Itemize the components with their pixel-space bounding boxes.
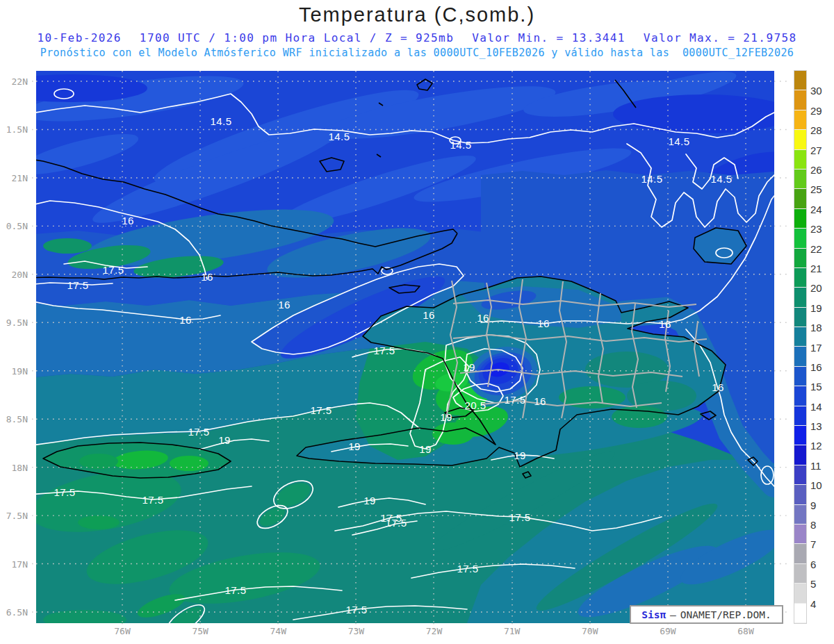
- colorbar-cell: [794, 150, 806, 170]
- contour-label: 19: [218, 434, 231, 446]
- x-axis-label: 70W: [582, 626, 598, 636]
- colorbar-cell: [794, 386, 806, 406]
- y-axis-label: 0.5N: [0, 221, 28, 231]
- colorbar-tick-label: 9: [810, 499, 816, 511]
- colorbar-tick-label: 7: [810, 538, 816, 550]
- y-axis-label: 22N: [0, 76, 28, 87]
- contour-label: 17.5: [142, 494, 163, 506]
- contour-label: 17.5: [188, 426, 209, 438]
- colorbar-tick-label: 24: [810, 203, 822, 215]
- contour-label: 16: [423, 309, 435, 321]
- y-axis-label: 8.5N: [0, 414, 28, 424]
- y-axis-label: 19N: [0, 365, 28, 376]
- y-axis-label: 18N: [0, 462, 28, 472]
- contour-label: 17.5: [224, 584, 246, 596]
- y-axis-label: 1.5N: [0, 124, 28, 135]
- colorbar-cell: [794, 426, 806, 445]
- colorbar-cell: [794, 189, 806, 208]
- contour-label: 19: [363, 495, 376, 506]
- y-axis-label: 7.5N: [0, 511, 28, 521]
- colorbar-cell: [794, 347, 806, 366]
- colorbar-tick-label: 25: [810, 183, 822, 195]
- contour-label: 14.5: [328, 131, 350, 142]
- colorbar-cell: [794, 465, 806, 485]
- colorbar-tick-label: 20: [810, 282, 822, 294]
- forecast-date: 10-Feb-2026: [37, 31, 121, 44]
- weather-map-page: { "header": { "title": "Temperatura (C,s…: [0, 0, 834, 644]
- colorbar-cell: [794, 308, 806, 327]
- colorbar-tick-label: 23: [810, 223, 822, 235]
- contour-label: 16: [122, 215, 134, 226]
- model-init-line: Pronóstico con el Modelo Atmósferico WRF…: [0, 47, 834, 59]
- y-axis-label: 9.5N: [0, 317, 28, 328]
- contour-label: 19: [348, 440, 361, 452]
- colorbar-cell: [794, 525, 806, 544]
- colorbar-tick-label: 28: [810, 124, 822, 136]
- colorbar-tick-label: 18: [810, 322, 822, 333]
- x-axis-label: 73W: [348, 626, 364, 636]
- colorbar-tick-label: 21: [810, 262, 822, 274]
- temperature-map: [26, 71, 791, 635]
- colorbar-tick-label: 22: [810, 242, 822, 254]
- colorbar-cell: [794, 584, 806, 603]
- x-axis-label: 71W: [504, 626, 520, 636]
- colorbar-tick-label: 30: [810, 85, 822, 97]
- contour-label: 17.5: [310, 404, 332, 416]
- colorbar-tick-label: 29: [810, 104, 822, 116]
- colorbar-cell: [794, 327, 806, 347]
- x-axis-label: 74W: [270, 626, 286, 636]
- contour-label: 16: [712, 381, 724, 393]
- contour-label: 17.5: [457, 563, 478, 575]
- colorbar-tick-label: 13: [810, 420, 822, 432]
- colorbar-tick-label: 5: [810, 578, 816, 590]
- colorbar-cell: [794, 367, 806, 386]
- colorbar-tick-label: 12: [810, 440, 822, 452]
- colorbar-tick-label: 10: [810, 479, 822, 491]
- colorbar-tick-label: 17: [810, 341, 822, 353]
- contour-label: 17.5: [385, 517, 407, 529]
- colorbar-tick-label: 14: [810, 400, 822, 412]
- colorbar: [794, 71, 806, 623]
- contour-label: 14.5: [710, 173, 732, 185]
- contour-label: 14.5: [210, 115, 231, 127]
- contour-label: 16: [278, 299, 291, 311]
- x-axis-label: 76W: [114, 626, 130, 636]
- colorbar-tick-label: 8: [810, 519, 816, 531]
- colorbar-tick-label: 15: [810, 381, 822, 393]
- colorbar-cell: [794, 209, 806, 229]
- contour-label: 19: [419, 443, 432, 455]
- contour-label: 16: [537, 317, 550, 329]
- x-axis-label: 68W: [737, 626, 753, 636]
- x-axis-label: 69W: [660, 626, 676, 636]
- x-axis-label: 75W: [192, 626, 208, 636]
- y-axis-label: 21N: [0, 172, 28, 183]
- forecast-valid-line: 10-Feb-2026 1700 UTC / 1:00 pm Hora Loca…: [0, 31, 834, 44]
- colorbar-cell: [794, 71, 806, 90]
- colorbar-cell: [794, 564, 806, 584]
- y-axis-label: 17N: [0, 559, 28, 569]
- colorbar-tick-label: 26: [810, 163, 822, 175]
- contour-label: 14.5: [641, 173, 662, 185]
- contour-label: 17.5: [509, 511, 530, 523]
- value-max: Valor Max. = 21.9758: [644, 31, 797, 44]
- colorbar-cell: [794, 110, 806, 130]
- colorbar-cell: [794, 170, 806, 189]
- contour-label: 20.5: [464, 399, 486, 411]
- contour-label: 17.5: [373, 345, 395, 356]
- y-axis-label: 20N: [0, 269, 28, 279]
- contour-label: 14.5: [450, 139, 471, 151]
- contour-label: 17.5: [102, 264, 124, 276]
- attribution-box: Sisπ – ONAMET/REP.DOM.: [630, 605, 783, 624]
- contour-label: 16: [201, 271, 213, 283]
- contour-label: 16: [179, 314, 192, 326]
- forecast-time-level: 1700 UTC / 1:00 pm Hora Local / Z = 925m…: [140, 31, 454, 44]
- y-axis-label: 6.5N: [0, 606, 28, 617]
- colorbar-cell: [794, 604, 806, 623]
- contour-label: 19: [463, 361, 475, 373]
- value-min: Valor Min. = 13.3441: [472, 31, 626, 44]
- attribution-org: ONAMET/REP.DOM.: [680, 609, 771, 620]
- page-title: Temperatura (C,somb.): [0, 3, 834, 26]
- sispi-logo: Sisπ: [641, 609, 666, 620]
- colorbar-cell: [794, 505, 806, 525]
- colorbar-cell: [794, 90, 806, 110]
